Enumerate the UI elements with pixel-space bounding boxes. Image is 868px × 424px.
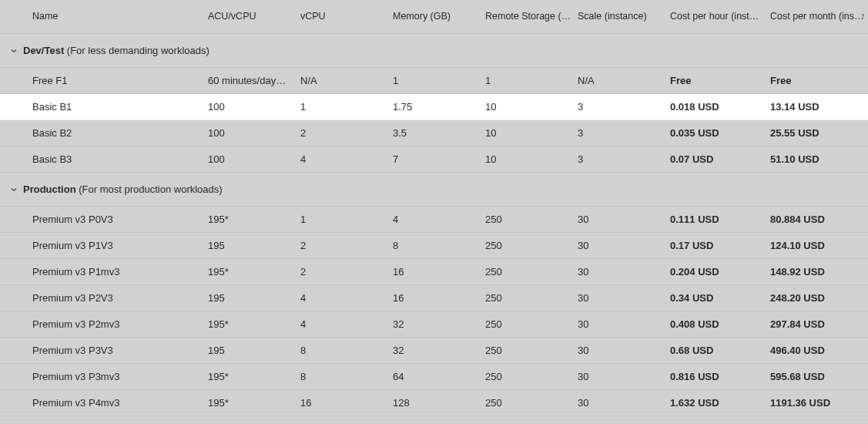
table-row[interactable]: Free F160 minutes/day…N/A11N/AFreeFree — [0, 68, 868, 94]
cell-cost-hour: 0.34 USD — [670, 292, 770, 304]
cell-vcpu: 8 — [300, 371, 393, 382]
column-header-memory[interactable]: Memory (GB) — [393, 11, 485, 22]
cell-vcpu: 2 — [300, 266, 393, 278]
cell-memory: 64 — [393, 371, 485, 382]
cell-acu: 195 — [208, 292, 300, 304]
cell-memory: 128 — [393, 397, 485, 409]
cell-vcpu: 2 — [300, 240, 393, 251]
table-row[interactable]: Premium v3 P3mv3195*864250300.816 USD595… — [0, 364, 868, 390]
column-header-vcpu[interactable]: vCPU — [300, 11, 393, 22]
cell-scale: 30 — [578, 292, 670, 304]
table-row[interactable]: Premium v3 P1mv3195*216250300.204 USD148… — [0, 259, 868, 285]
column-header-remote-storage[interactable]: Remote Storage (GB) — [485, 11, 578, 22]
table-row[interactable]: Basic B210023.51030.035 USD25.55 USD — [0, 120, 868, 146]
cell-acu: 195* — [208, 397, 300, 409]
cell-vcpu: 4 — [300, 153, 393, 165]
cell-name: Premium v3 P1mv3 — [23, 266, 208, 278]
cell-storage: 250 — [485, 240, 578, 251]
cell-name: Premium v3 P2V3 — [23, 292, 208, 304]
table-row[interactable]: Premium v3 P2mv3195*432250300.408 USD297… — [0, 311, 868, 338]
column-header-cost-month[interactable]: Cost per month (instance) — [770, 11, 868, 22]
cell-storage: 250 — [485, 214, 578, 225]
cell-storage: 250 — [485, 266, 578, 278]
cell-scale: 30 — [578, 318, 670, 330]
cell-cost-hour: 0.408 USD — [670, 318, 770, 330]
cell-cost-month: 595.68 USD — [770, 371, 868, 382]
cell-storage: 250 — [485, 318, 578, 330]
pricing-table: Name ACU/vCPU vCPU Memory (GB) Remote St… — [0, 0, 868, 424]
cell-scale: 30 — [578, 345, 670, 356]
cell-vcpu: 1 — [300, 101, 393, 113]
cell-storage: 250 — [485, 345, 578, 356]
cell-cost-hour: 0.018 USD — [670, 101, 770, 113]
cell-name: Premium v3 P2mv3 — [23, 318, 208, 330]
cell-memory: 4 — [393, 214, 485, 225]
cell-scale: 30 — [578, 371, 670, 382]
group-title: Dev/Test — [23, 45, 64, 56]
cell-memory: 1 — [393, 75, 485, 86]
chevron-down-icon — [5, 46, 18, 56]
cell-memory: 16 — [393, 266, 485, 278]
cell-cost-hour: 0.07 USD — [670, 153, 770, 165]
cell-name: Premium v3 P0V3 — [23, 214, 208, 225]
cell-acu: 195* — [208, 318, 300, 330]
cell-vcpu: 8 — [300, 345, 393, 356]
cell-memory: 32 — [393, 318, 485, 330]
column-header-row: Name ACU/vCPU vCPU Memory (GB) Remote St… — [0, 0, 868, 34]
sort-indicator-icon: ↑ — [861, 11, 866, 20]
table-row[interactable]: Premium v3 P0V3195*14250300.111 USD80.88… — [0, 207, 868, 233]
cell-scale: 30 — [578, 397, 670, 409]
cell-cost-hour: 0.68 USD — [670, 345, 770, 356]
cell-scale: 3 — [578, 153, 670, 165]
table-row[interactable]: Basic B3100471030.07 USD51.10 USD — [0, 146, 868, 173]
cell-scale: 30 — [578, 240, 670, 251]
column-header-scale[interactable]: Scale (instance) — [578, 11, 670, 22]
table-row[interactable]: Premium v3 P2V3195416250300.34 USD248.20… — [0, 285, 868, 311]
cell-scale: 3 — [578, 127, 670, 139]
group-header[interactable]: Production (For most production workload… — [0, 173, 868, 207]
table-row[interactable]: Premium v3 P1V319528250300.17 USD124.10 … — [0, 233, 868, 259]
cell-memory: 32 — [393, 345, 485, 356]
group-subtitle: (For less demanding workloads) — [64, 45, 209, 56]
cell-cost-hour: Free — [670, 75, 770, 86]
group-header[interactable]: Dev/Test (For less demanding workloads) — [0, 34, 868, 68]
cell-acu: 195* — [208, 371, 300, 382]
table-row[interactable]: Basic B110011.751030.018 USD13.14 USD — [0, 94, 868, 120]
cell-memory: 8 — [393, 240, 485, 251]
cell-storage: 1 — [485, 75, 578, 86]
cell-cost-hour: 0.111 USD — [670, 214, 770, 225]
cell-storage: 250 — [485, 292, 578, 304]
cell-name: Basic B3 — [23, 153, 208, 165]
cell-cost-hour: 0.17 USD — [670, 240, 770, 251]
table-row[interactable]: Premium v3 P4mv3195*16128250301.632 USD1… — [0, 390, 868, 416]
cell-memory: 16 — [393, 292, 485, 304]
cell-acu: 100 — [208, 127, 300, 139]
cell-name: Premium v3 P3V3 — [23, 345, 208, 356]
cell-vcpu: 1 — [300, 214, 393, 225]
cell-cost-month: 124.10 USD — [770, 240, 868, 251]
cell-acu: 60 minutes/day… — [208, 75, 300, 86]
cell-scale: 30 — [578, 266, 670, 278]
cell-scale: 3 — [578, 101, 670, 113]
cell-acu: 195 — [208, 345, 300, 356]
cell-cost-month: 496.40 USD — [770, 345, 868, 356]
cell-storage: 10 — [485, 101, 578, 113]
cell-cost-month: 248.20 USD — [770, 292, 868, 304]
cell-storage: 10 — [485, 127, 578, 139]
cell-name: Premium v3 P3mv3 — [23, 371, 208, 382]
table-row[interactable]: Premium v3 P5mv3195*32256250303.264 USD2… — [0, 416, 868, 424]
column-header-acu[interactable]: ACU/vCPU — [208, 11, 300, 22]
cell-name: Basic B2 — [23, 127, 208, 139]
cell-acu: 195* — [208, 266, 300, 278]
column-header-name[interactable]: Name — [23, 11, 208, 22]
cell-cost-hour: 0.035 USD — [670, 127, 770, 139]
cell-memory: 1.75 — [393, 101, 485, 113]
cell-cost-month: 25.55 USD — [770, 127, 868, 139]
column-header-cost-hour[interactable]: Cost per hour (instance) — [670, 11, 770, 22]
cell-vcpu: 4 — [300, 292, 393, 304]
cell-cost-month: 148.92 USD — [770, 266, 868, 278]
table-row[interactable]: Premium v3 P3V3195832250300.68 USD496.40… — [0, 338, 868, 364]
cell-cost-hour: 0.204 USD — [670, 266, 770, 278]
cell-vcpu: N/A — [300, 75, 393, 86]
cell-memory: 3.5 — [393, 127, 485, 139]
